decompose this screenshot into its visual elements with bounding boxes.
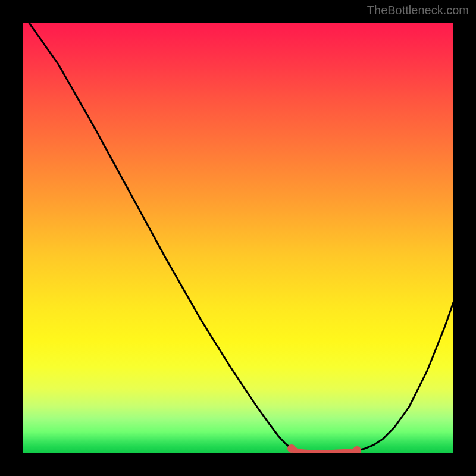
right-red-dot bbox=[353, 446, 361, 453]
left-red-dot bbox=[287, 444, 296, 453]
plot-area bbox=[23, 23, 453, 453]
attribution-text: TheBottleneck.com bbox=[367, 4, 469, 17]
red-flat-segment bbox=[292, 449, 353, 453]
chart-svg bbox=[23, 23, 453, 453]
left-descending-curve bbox=[23, 23, 314, 453]
right-ascending-curve bbox=[314, 302, 453, 453]
